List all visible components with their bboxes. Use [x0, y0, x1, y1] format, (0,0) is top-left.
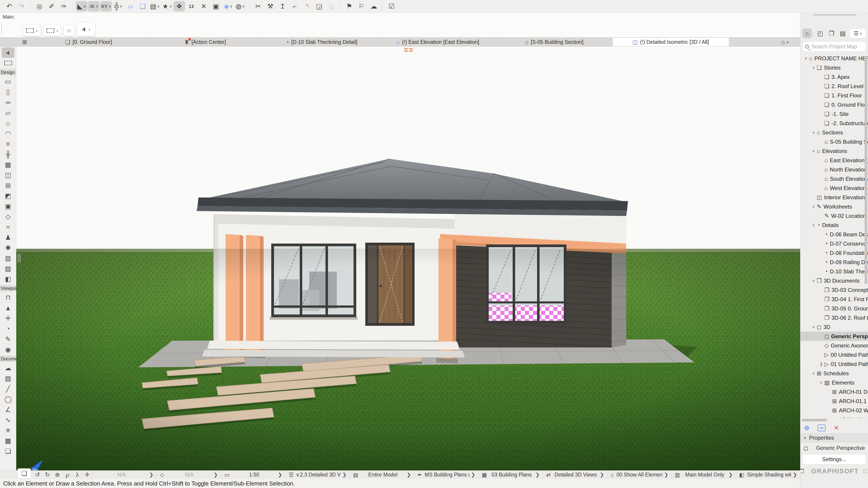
model-filter-segment[interactable]: ▤Entire Model❯ — [350, 470, 414, 479]
tree-item-elements[interactable]: ∨▨Elements — [800, 378, 868, 387]
grid-snap-button[interactable]: ╬∨ — [112, 1, 124, 11]
circle-tool[interactable]: ◯ — [2, 394, 14, 404]
mesh-tool[interactable]: ≈ — [2, 222, 14, 232]
orbit-button[interactable]: ℘ — [62, 471, 72, 479]
split-button[interactable]: ✂ — [252, 1, 264, 11]
walk-button[interactable]: λ — [72, 471, 82, 479]
column-tool[interactable]: ▯ — [2, 87, 14, 97]
tree-item-south-elevation-a[interactable]: ⌂South Elevation (A — [800, 174, 868, 184]
rotate-forward-button[interactable]: ↻ — [42, 471, 53, 479]
tree-item-3-apex[interactable]: ❏3. Apex — [800, 72, 868, 82]
tree-item-00-untitled-path[interactable]: ▷00 Untitled Path — [800, 350, 868, 359]
tree-item-d-06-beam-detail[interactable]: ◔D-06 Beam Detail — [800, 230, 868, 239]
tree-item-0-ground-floor[interactable]: ❏0. Ground Floor — [800, 100, 868, 109]
curtain-wall-tool[interactable]: ▦ — [2, 160, 14, 170]
beam-tool[interactable]: ═ — [2, 97, 14, 107]
interior-elevation-tool[interactable]: ✛ — [2, 313, 14, 324]
tree-item-details[interactable]: ∨◔Details — [800, 221, 868, 230]
section-tool[interactable]: ⊓ — [2, 292, 14, 303]
tree-item-3d-documents[interactable]: ∨❒3D Documents — [800, 276, 868, 285]
chevron-down-icon[interactable]: ∨ — [810, 130, 817, 135]
layout-segment[interactable]: ▦03 Building Plans❯ — [478, 470, 543, 479]
wall-tool[interactable]: ▭ — [2, 76, 14, 87]
tree-item-arch-02-1-win[interactable]: ⊞ARCH-02.1 Win — [800, 415, 868, 418]
chevron-down-icon[interactable]: ∨ — [803, 56, 809, 61]
polyline-tool[interactable]: ∠ — [2, 404, 14, 415]
tree-item-generic-perspect[interactable]: ◻Generic Perspect — [800, 332, 868, 341]
chevron-down-icon[interactable]: ∨ — [810, 204, 817, 209]
search-input[interactable] — [811, 43, 863, 50]
tab-dropdown-button[interactable]: ⌂∨ — [781, 39, 789, 46]
tree-item-d-07-conservancy[interactable]: ◔D-07 Conservancy — [800, 239, 868, 248]
tab--s-05-building-section-[interactable]: ⌂[S-05 Building Section] — [496, 38, 612, 46]
sun-shadow-button[interactable]: ◍∨ — [235, 1, 246, 11]
tab--d-10-slab-theckning-detail-[interactable]: ◔[D-10 Slab Theckning Detail] — [263, 38, 379, 46]
tree-item-worksheets[interactable]: ∨✎Worksheets — [800, 202, 868, 211]
elevation-tool[interactable]: ▲ — [2, 303, 14, 313]
tab--action-center-[interactable]: ♜[Action Center] — [147, 38, 263, 46]
element-filter-segment[interactable]: ⌂00 Show All Elements❯ — [607, 470, 672, 479]
tree-item-3d-04-1-first-floo[interactable]: ❒3D-04 1. First Floo — [800, 295, 868, 304]
flag-button[interactable]: ⚑ — [343, 1, 355, 11]
trace-reference-button[interactable]: ▱ — [125, 1, 136, 11]
worksheet-tool[interactable]: ✎ — [2, 334, 14, 344]
tree-item-west-elevation-au[interactable]: ⌂West Elevation (Au — [800, 184, 868, 193]
layer-na-segment[interactable]: ◇N/A❯ — [157, 470, 221, 479]
chevron-down-icon[interactable]: ∨ — [810, 65, 817, 70]
tree-item-w-02-location-ma[interactable]: ✎W-02 Location Ma — [800, 211, 868, 221]
3d-cutaway-button[interactable]: ◈∨ — [222, 1, 234, 11]
tree-item-sections[interactable]: ∨⌂Sections — [800, 128, 868, 137]
snap-guides-button[interactable]: ≐∨ — [88, 1, 100, 11]
marquee-morph-button[interactable]: › — [23, 25, 41, 36]
shading-segment[interactable]: ◧Simple Shading with S...❯ — [736, 470, 800, 479]
slab-tool[interactable]: ▱ — [2, 107, 14, 118]
marquee-tool[interactable] — [2, 58, 14, 68]
scale-segment[interactable]: ▭1:50❯ — [221, 470, 285, 479]
view-settings-button[interactable]: ≔ — [817, 424, 826, 431]
tree-item-interior-elevations[interactable]: ◫Interior Elevations — [800, 193, 868, 202]
coordinate-input-button[interactable]: XY∨ — [100, 1, 112, 11]
tree-item--1-site[interactable]: ❏-1. Site — [800, 109, 868, 119]
find-select-button[interactable]: ◎ — [33, 1, 45, 11]
story-settings-button[interactable]: ❏ — [17, 468, 31, 479]
home-story-button[interactable]: ⌂ — [326, 1, 337, 11]
chevron-right-icon[interactable]: ❯ — [818, 362, 825, 366]
hotspot-tool[interactable]: ✳ — [2, 425, 14, 435]
chevron-down-icon[interactable]: ∨ — [818, 380, 825, 385]
chevron-down-icon[interactable]: ∨ — [810, 325, 817, 329]
publisher-button[interactable]: ▤ — [838, 29, 847, 38]
pickup-parameters-button[interactable]: ✐ — [46, 1, 57, 11]
camera-tool[interactable]: ◉ — [2, 344, 14, 355]
tab--east-elevation-east-elevation-[interactable]: ⌂(!) East Elevation [East Elevation] — [379, 38, 496, 46]
zoom-in-button[interactable]: ⊕ — [53, 471, 62, 479]
tree-item-01-untitled-path[interactable]: ❯▷01 Untitled Path — [800, 359, 868, 369]
pen-na-segment[interactable]: N/A❯ — [92, 470, 157, 479]
chevron-down-icon[interactable]: ∨ — [810, 223, 817, 228]
tree-item-1-first-floor[interactable]: ❏1. First Floor — [800, 91, 868, 100]
rotate-back-button[interactable]: ↺ — [33, 471, 42, 479]
view-map-button[interactable]: ◰ — [815, 29, 825, 38]
railing-tool[interactable]: ╫ — [2, 149, 14, 160]
cloud-sync-button[interactable]: ☁ — [368, 1, 379, 11]
arrow-button[interactable]: ➤› — [77, 22, 95, 36]
window-tool[interactable]: ⊞ — [2, 180, 14, 191]
lamp-tool[interactable]: ✺ — [2, 242, 14, 253]
guide-lines-button[interactable]: ◣∨ — [76, 1, 88, 11]
navigator-menu-button[interactable]: ☰› — [849, 29, 866, 38]
tree-item-elevations[interactable]: ∨⌂Elevations — [800, 147, 868, 156]
fill-tool[interactable]: ▨ — [2, 373, 14, 384]
model-check-button[interactable]: ☑ — [385, 1, 397, 11]
flag-list-button[interactable]: ⚐ — [355, 1, 367, 11]
layout-book-button[interactable]: ❒ — [827, 29, 836, 38]
pen-set-segment[interactable]: ✒MS Building Plans (AR...❯ — [414, 470, 478, 479]
chevron-down-icon[interactable]: ∨ — [810, 371, 817, 376]
marquee-select-button[interactable]: › — [43, 25, 61, 36]
model-scope-segment[interactable]: ▥Main Model Only❯ — [672, 470, 736, 479]
favorites-button[interactable]: ★∨ — [161, 1, 173, 11]
search-field[interactable] — [803, 41, 866, 52]
resize-button[interactable]: ◲ — [313, 1, 325, 11]
tree-item-3d-03-conceptual[interactable]: ❒3D-03 Conceptual — [800, 285, 868, 295]
delete-viewpoint-button[interactable]: ✕ — [834, 424, 839, 432]
tree-item-generic-axonomet[interactable]: ◇Generic Axonomet — [800, 341, 868, 350]
magnet-button[interactable]: ∩ — [64, 25, 74, 36]
